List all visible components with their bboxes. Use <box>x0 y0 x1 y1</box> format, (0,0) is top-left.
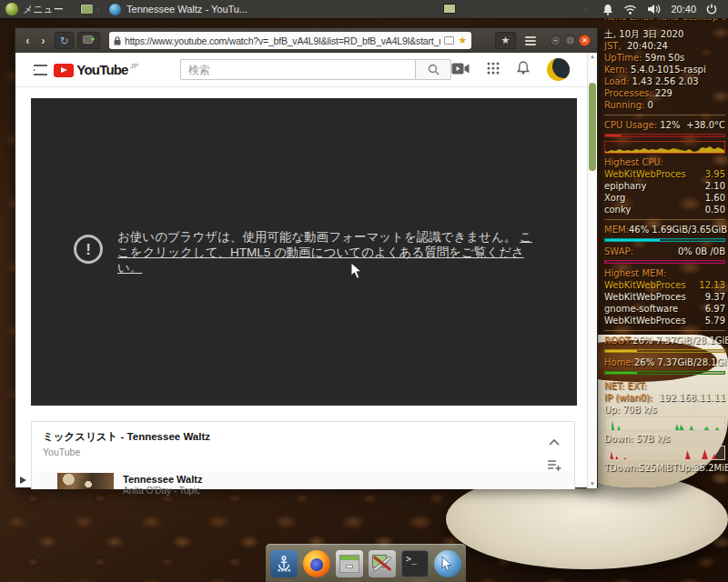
uptime-value: 59m 50s <box>645 53 685 63</box>
error-icon: ! <box>74 235 103 264</box>
forward-button[interactable]: › <box>35 33 51 48</box>
url-text: https://www.youtube.com/watch?v=_bfB_vA4… <box>125 35 440 46</box>
window-list-icon[interactable] <box>80 4 94 15</box>
root-bar <box>604 349 725 353</box>
cpu-proc-value: 3.95 <box>705 168 725 180</box>
conky-divider <box>604 219 725 220</box>
task-browser-favicon-icon[interactable] <box>109 4 121 15</box>
playlist-item-row[interactable]: Tennessee Waltz Anita O'Day - Topic <box>32 471 574 489</box>
reload-icon: ↻ <box>59 35 68 47</box>
avatar[interactable] <box>547 58 570 81</box>
plank-anchor-icon[interactable] <box>270 550 298 577</box>
conky-divider <box>604 115 725 115</box>
search-icon <box>428 64 440 75</box>
conky-divider <box>604 330 725 331</box>
menu-label[interactable]: メニュー <box>23 3 64 16</box>
processes-value: 229 <box>655 88 672 98</box>
cpu-proc-name: epiphany <box>604 180 646 192</box>
create-video-icon[interactable] <box>451 62 470 78</box>
lock-icon <box>114 36 121 45</box>
mixlist-title: ミックスリスト - Tennessee Waltz <box>32 422 574 444</box>
youtube-logo-text: YouTube <box>76 62 127 77</box>
cpu-graph <box>604 141 725 154</box>
home-value: 26% 7.37GiB/28.1GiB <box>634 356 728 368</box>
reload-button[interactable]: ↻ <box>55 32 74 49</box>
system-tray: ⁞ 20:40 <box>584 4 728 15</box>
bookmark-star-icon[interactable]: ★ <box>458 35 467 46</box>
volume-icon[interactable] <box>647 4 661 15</box>
youtube-region-label: JP <box>130 62 138 70</box>
search-input[interactable] <box>180 59 415 80</box>
window-controls: − □ ✕ <box>550 35 591 46</box>
mem-proc-value: 12.13 <box>699 279 725 291</box>
mem-proc-value: 5.79 <box>705 315 725 326</box>
wifi-icon[interactable] <box>623 5 637 15</box>
notifications-bell-icon[interactable] <box>602 4 613 15</box>
back-button[interactable]: ‹ <box>20 33 35 48</box>
mem-proc-value: 9.37 <box>705 291 725 303</box>
now-playing-icon <box>20 477 26 484</box>
tup-value: TUp:35.2MiB <box>672 462 728 474</box>
top-panel: メニュー ⁞ Tennessee Waltz - YouTu... ⁞ 20:4… <box>0 0 728 18</box>
bookmarks-button[interactable]: ★ <box>495 32 516 49</box>
mem-value: 46% 1.69GiB/3.65GiB <box>629 224 727 236</box>
maximize-button[interactable]: □ <box>564 35 576 46</box>
playlist-item-channel[interactable]: Anita O'Day - Topic <box>123 486 200 496</box>
mem-proc-name: WebKitWebProces <box>604 315 686 326</box>
home-bar <box>604 371 725 375</box>
scroll-up-icon[interactable]: ▲ <box>590 54 595 59</box>
running-value: 0 <box>648 100 653 110</box>
browser-menu-button[interactable] <box>520 32 541 49</box>
playlist-item-title[interactable]: Tennessee Waltz <box>123 474 202 485</box>
conky-time: 20:40:24 <box>627 41 668 51</box>
mem-label: MEM: <box>604 224 629 236</box>
swap-bar <box>604 260 725 264</box>
drawer-handle <box>346 565 353 568</box>
menu-icon[interactable] <box>5 3 18 15</box>
load-value: 1.43 2.56 2.03 <box>632 76 699 86</box>
highest-mem-label: Highest MEM: <box>604 267 725 279</box>
youtube-header: YouTube JP <box>15 53 597 87</box>
cpu-pct: 12% <box>660 120 680 130</box>
cpu-proc-value: 0.50 <box>705 204 725 216</box>
tray-overflow-dots-icon[interactable]: ⁞ <box>584 5 587 14</box>
mixlist-subtitle: YouTube <box>32 444 574 457</box>
power-icon[interactable] <box>706 4 717 15</box>
collapse-chevron-icon[interactable] <box>549 433 560 449</box>
terminal-icon[interactable]: >_ <box>401 550 429 577</box>
video-player[interactable]: ! お使いのブラウザは、使用可能な動画フォーマットを認識できません。 ここをクリ… <box>31 98 577 406</box>
panel-clock[interactable]: 20:40 <box>671 4 696 15</box>
minimize-button[interactable]: − <box>550 35 561 46</box>
terminal-prompt-glyph: >_ <box>406 554 417 564</box>
url-bar[interactable]: https://www.youtube.com/watch?v=_bfB_vA4… <box>109 32 471 49</box>
drawer-top <box>340 556 359 560</box>
cpu-proc-name: conky <box>604 204 631 216</box>
firefox-icon[interactable] <box>303 550 330 577</box>
taskbar-window-title[interactable]: Tennessee Waltz - YouTu... <box>126 4 248 15</box>
workspace-switcher[interactable] <box>443 4 456 14</box>
mem-proc-name: gnome-software <box>604 303 678 315</box>
video-error-message: ! お使いのブラウザは、使用可能な動画フォーマットを認識できません。 ここをクリ… <box>74 229 534 276</box>
dock: >_ <box>266 544 466 582</box>
scrollbar-thumb[interactable] <box>589 83 596 171</box>
gnome-web-icon[interactable] <box>434 550 461 577</box>
bookmarks-star-icon: ★ <box>501 35 511 46</box>
mixlist-panel: ミックスリスト - Tennessee Waltz YouTube Tennes… <box>31 421 575 489</box>
search-button[interactable] <box>415 59 451 80</box>
settings-tools-icon[interactable] <box>369 550 396 577</box>
youtube-logo[interactable]: YouTube JP <box>54 62 138 77</box>
processes-label: Processes: <box>604 88 652 98</box>
reader-mode-icon[interactable] <box>444 36 454 45</box>
home-label: Home: <box>604 356 634 368</box>
close-button[interactable]: ✕ <box>579 35 591 46</box>
send-tab-button[interactable] <box>77 32 100 49</box>
scroll-down-icon[interactable]: ▼ <box>590 481 595 487</box>
hamburger-icon <box>525 40 536 42</box>
page-scrollbar[interactable]: ▲ ▼ <box>587 53 597 488</box>
cpu-temp: +38.0°C <box>686 119 725 131</box>
apps-grid-icon[interactable] <box>487 62 500 78</box>
youtube-bell-icon[interactable] <box>517 61 530 78</box>
video-thumbnail[interactable] <box>57 473 114 489</box>
mem-proc-name: WebKitWebProces <box>604 291 686 303</box>
file-manager-icon[interactable] <box>336 550 363 577</box>
